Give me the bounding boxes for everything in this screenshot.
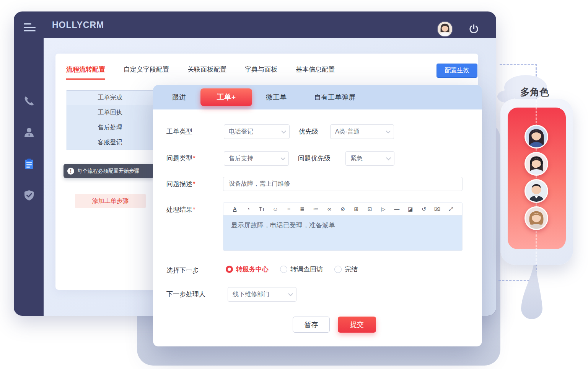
tab-own-workorder-popup[interactable]: 自有工单弹屏: [314, 93, 355, 102]
workorder-clipboard-icon[interactable]: [23, 158, 35, 170]
tab-dictionary-panel[interactable]: 字典与面板: [245, 65, 277, 80]
avatar-agent-female-long-hair: [524, 125, 548, 149]
order-type-label: 工单类型: [166, 124, 192, 139]
app-logo: HOLLYCRM: [52, 20, 104, 30]
video-icon[interactable]: ▷: [376, 206, 390, 212]
add-workorder-step-button[interactable]: 添加工单步骤: [75, 194, 146, 208]
list-item[interactable]: 客服登记: [67, 135, 153, 150]
indent-icon[interactable]: ≡: [282, 206, 295, 212]
contact-icon[interactable]: [23, 126, 35, 139]
font-size-icon[interactable]: Tт: [255, 206, 269, 212]
avatar-agent-headset: [524, 152, 548, 176]
hamburger-menu-icon[interactable]: [24, 23, 36, 32]
next-handler-select[interactable]: 线下维修部门: [228, 287, 296, 302]
exclamation-icon: !: [67, 168, 74, 175]
eraser-icon[interactable]: ◪: [404, 206, 417, 212]
palette-icon[interactable]: ◔: [241, 206, 255, 212]
list-icon[interactable]: ≔: [309, 206, 323, 212]
avatar-agent-male-suit: [524, 179, 548, 203]
modal-tab-bar: 跟进 工单+ 微工单 自有工单弹屏: [153, 85, 482, 109]
problem-priority-select[interactable]: 紧急: [345, 151, 394, 166]
next-handler-label: 下一步处理人: [166, 287, 205, 302]
result-label: 处理结果*: [166, 202, 195, 217]
user-avatar[interactable]: [438, 22, 452, 36]
undo-icon[interactable]: ↺: [417, 206, 430, 212]
trash-icon[interactable]: ⌧: [430, 206, 444, 212]
rich-text-editor: A ◔ Tт ☺ ≡ ≣ ≔ ∞ ⊘ ⊞ ⊡ ▷ — ◪ ↺ ⌧ ⤢ 显示屏故障…: [223, 202, 463, 251]
priority-value: A类-普通: [335, 128, 360, 136]
user-photo-icon: [438, 22, 452, 36]
radio-complete[interactable]: 完结: [334, 265, 358, 274]
screen: HOLLYCRM: [0, 0, 588, 369]
page-tab-bar: 流程流转配置 自定义字段配置 关联面板配置 字典与面板 基本信息配置: [66, 65, 335, 80]
problem-desc-label: 问题描述*: [166, 177, 195, 191]
hr-icon[interactable]: —: [390, 206, 404, 212]
radio-icon: [280, 266, 287, 273]
apply-config-button[interactable]: 配置生效: [437, 64, 477, 78]
problem-type-value: 售后支持: [229, 155, 253, 163]
problem-desc-input[interactable]: 设备故障，需上门维修: [223, 177, 463, 191]
table-icon[interactable]: ⊞: [350, 206, 363, 212]
problem-type-select[interactable]: 售后支持: [224, 151, 289, 166]
shield-check-icon[interactable]: [23, 189, 35, 201]
chevron-down-icon: [288, 291, 293, 296]
multi-role-title: 多角色: [520, 86, 549, 98]
tab-basic-info-config[interactable]: 基本信息配置: [296, 65, 335, 80]
editor-toolbar: A ◔ Tт ☺ ≡ ≣ ≔ ∞ ⊘ ⊞ ⊡ ▷ — ◪ ↺ ⌧ ⤢: [223, 203, 462, 216]
emoji-icon[interactable]: ☺: [269, 206, 282, 212]
warning-text: 每个流程必须配置开始步骤: [77, 168, 139, 175]
fullscreen-icon[interactable]: ⤢: [444, 206, 458, 212]
tab-process-flow-config[interactable]: 流程流转配置: [66, 65, 105, 80]
next-handler-value: 线下维修部门: [233, 291, 269, 299]
tab-follow-up[interactable]: 跟进: [172, 93, 186, 102]
radio-icon: [334, 266, 342, 273]
order-type-select[interactable]: 电话登记: [224, 124, 290, 139]
tab-micro-workorder[interactable]: 微工单: [266, 93, 287, 102]
phone-icon[interactable]: [23, 95, 35, 107]
chevron-down-icon: [386, 129, 391, 134]
radio-selected-icon: [226, 266, 233, 273]
dashed-line-top: [500, 64, 537, 65]
align-left-icon[interactable]: ≣: [295, 206, 309, 212]
font-underline-icon[interactable]: A: [228, 206, 241, 212]
problem-desc-value: 设备故障，需上门维修: [229, 180, 290, 188]
list-item[interactable]: 售后处理: [67, 120, 153, 135]
radio-transfer-survey-visit[interactable]: 转调查回访: [280, 265, 323, 274]
radio-transfer-service-center[interactable]: 转服务中心: [226, 265, 269, 274]
problem-priority-value: 紧急: [350, 155, 363, 163]
link-add-icon[interactable]: ∞: [323, 206, 336, 212]
warning-tooltip: ! 每个流程必须配置开始步骤: [64, 164, 154, 178]
workflow-step-list: 工单完成 工单回执 售后处理 客服登记: [66, 90, 153, 150]
tab-workorder-plus[interactable]: 工单+: [200, 88, 252, 106]
chevron-down-icon: [280, 155, 285, 160]
avatar-agent-female-bob: [524, 206, 548, 230]
problem-priority-label: 问题优先级: [298, 151, 331, 166]
image-icon[interactable]: ⊡: [363, 206, 376, 212]
tab-related-panel-config[interactable]: 关联面板配置: [187, 65, 226, 80]
chevron-down-icon: [281, 129, 286, 134]
chevron-down-icon: [386, 155, 391, 160]
priority-select[interactable]: A类-普通: [330, 124, 394, 139]
list-item[interactable]: 工单回执: [67, 105, 153, 120]
tab-custom-field-config[interactable]: 自定义字段配置: [124, 65, 169, 80]
next-step-radio-group: 转服务中心 转调查回访 完结: [226, 265, 358, 274]
result-textarea[interactable]: 显示屏故障，电话已受理，准备派单: [223, 216, 462, 251]
power-icon[interactable]: [469, 24, 479, 34]
list-item[interactable]: 工单完成: [67, 90, 153, 105]
submit-button[interactable]: 提交: [338, 317, 376, 333]
priority-label: 优先级: [299, 124, 318, 139]
problem-type-label: 问题类型*: [166, 151, 195, 166]
order-type-value: 电话登记: [229, 128, 253, 136]
next-step-label: 选择下一步: [166, 263, 199, 278]
workorder-modal: 跟进 工单+ 微工单 自有工单弹屏 工单类型 电话登记 优先级 A类-普通 问题…: [153, 85, 482, 346]
save-draft-button[interactable]: 暂存: [293, 317, 330, 333]
link-remove-icon[interactable]: ⊘: [336, 206, 349, 212]
